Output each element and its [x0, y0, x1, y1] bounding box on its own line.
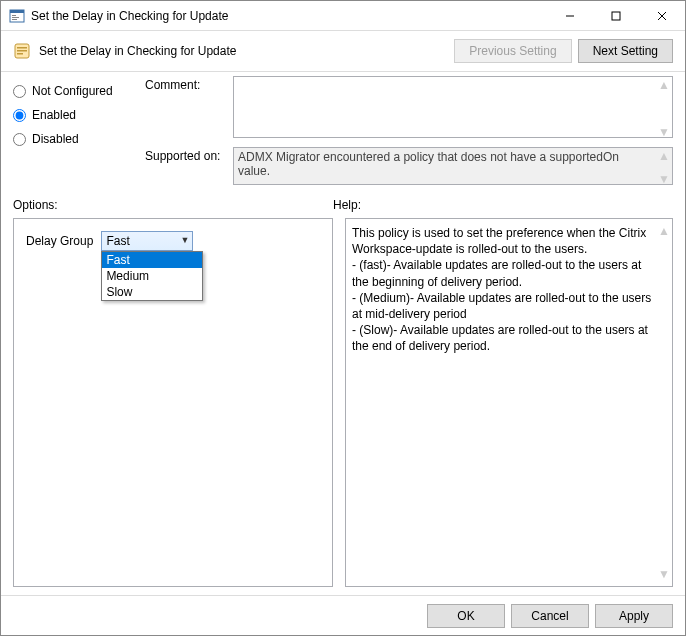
svg-rect-4: [12, 19, 17, 20]
svg-rect-10: [17, 47, 27, 49]
dialog-window: Set the Delay in Checking for Update Set…: [0, 0, 686, 636]
policy-app-icon: [9, 8, 25, 24]
ok-button[interactable]: OK: [427, 604, 505, 628]
radio-disabled-label: Disabled: [32, 132, 79, 146]
delay-group-dropdown: Fast Medium Slow: [101, 251, 203, 301]
state-radio-group: Not Configured Enabled Disabled: [13, 76, 133, 188]
cancel-button[interactable]: Cancel: [511, 604, 589, 628]
help-scroll: ▲▼: [658, 223, 670, 582]
comment-textarea[interactable]: [233, 76, 673, 138]
delay-group-select[interactable]: Fast ▼ Fast Medium Slow: [101, 231, 193, 251]
svg-rect-1: [10, 10, 24, 13]
policy-icon: [13, 42, 31, 60]
svg-rect-12: [17, 53, 23, 55]
next-setting-button[interactable]: Next Setting: [578, 39, 673, 63]
options-header: Options:: [13, 198, 333, 212]
supported-scroll: ▲▼: [657, 149, 671, 186]
supported-on-label: Supported on:: [145, 147, 225, 163]
window-title: Set the Delay in Checking for Update: [31, 9, 547, 23]
svg-rect-11: [17, 50, 27, 52]
comment-label: Comment:: [145, 76, 225, 92]
lower-panels: Delay Group Fast ▼ Fast Medium Slow This…: [1, 218, 685, 595]
header-subtitle: Set the Delay in Checking for Update: [39, 44, 236, 58]
radio-disabled[interactable]: Disabled: [13, 132, 133, 146]
svg-rect-2: [12, 15, 16, 16]
header: Set the Delay in Checking for Update Pre…: [1, 31, 685, 71]
help-text: This policy is used to set the preferenc…: [352, 225, 654, 355]
dropdown-option-fast[interactable]: Fast: [102, 252, 202, 268]
delay-group-label: Delay Group: [26, 234, 93, 248]
previous-setting-button: Previous Setting: [454, 39, 571, 63]
chevron-down-icon: ▼: [180, 235, 189, 245]
radio-enabled[interactable]: Enabled: [13, 108, 133, 122]
dropdown-option-slow[interactable]: Slow: [102, 284, 202, 300]
radio-enabled-input[interactable]: [13, 109, 26, 122]
radio-enabled-label: Enabled: [32, 108, 76, 122]
supported-on-textarea: ADMX Migrator encountered a policy that …: [233, 147, 673, 185]
help-panel: This policy is used to set the preferenc…: [345, 218, 673, 587]
radio-not-configured-input[interactable]: [13, 85, 26, 98]
help-header: Help:: [333, 198, 361, 212]
dropdown-option-medium[interactable]: Medium: [102, 268, 202, 284]
maximize-button[interactable]: [593, 1, 639, 31]
section-headers: Options: Help:: [1, 196, 685, 218]
radio-not-configured-label: Not Configured: [32, 84, 113, 98]
comment-scroll: ▲▼: [657, 78, 671, 139]
options-panel: Delay Group Fast ▼ Fast Medium Slow: [13, 218, 333, 587]
svg-rect-3: [12, 17, 19, 18]
titlebar: Set the Delay in Checking for Update: [1, 1, 685, 31]
close-button[interactable]: [639, 1, 685, 31]
minimize-button[interactable]: [547, 1, 593, 31]
apply-button[interactable]: Apply: [595, 604, 673, 628]
radio-not-configured[interactable]: Not Configured: [13, 84, 133, 98]
upper-config-area: Not Configured Enabled Disabled Comment:…: [1, 71, 685, 196]
svg-rect-6: [612, 12, 620, 20]
footer: OK Cancel Apply: [1, 595, 685, 635]
delay-group-selected-value: Fast: [106, 234, 129, 248]
radio-disabled-input[interactable]: [13, 133, 26, 146]
delay-group-select-box[interactable]: Fast ▼: [101, 231, 193, 251]
